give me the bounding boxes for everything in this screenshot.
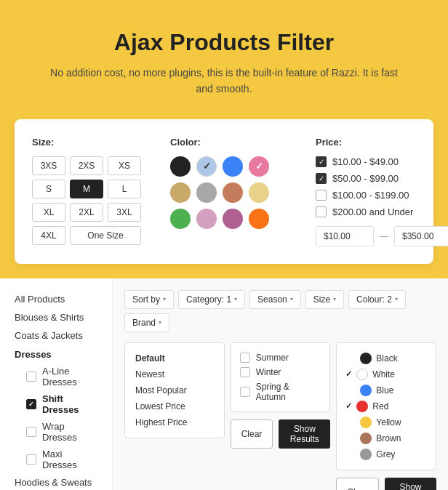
- size-btn-3xs[interactable]: 3XS: [32, 156, 65, 175]
- color-dot-1[interactable]: [196, 156, 217, 177]
- price-option-1[interactable]: $50.00 - $99.00: [316, 173, 448, 184]
- colour-bottom-panel: Black✓WhiteBlue✓RedYellowBrownGrey: [336, 342, 436, 470]
- sort-panel-col: DefaultNewestMost PopularLowest PriceHig…: [124, 342, 225, 490]
- sidebar: All ProductsBlouses & ShirtsCoats & Jack…: [0, 278, 113, 490]
- colour-dot-sm: [360, 449, 372, 460]
- color-grid: [170, 156, 287, 229]
- season-item-winter[interactable]: Winter: [240, 365, 321, 379]
- price-range-label-2: $100.00 - $199.00: [332, 190, 409, 201]
- sidebar-sub-shift-dresses[interactable]: Shift Dresses: [26, 390, 97, 418]
- sub-label: Maxi Dresses: [42, 449, 97, 470]
- colour-action-row: Clear Show Results: [336, 478, 436, 490]
- sidebar-item-coats---jackets[interactable]: Coats & Jackets: [15, 326, 97, 345]
- colour-label: Red: [372, 401, 388, 411]
- season-item-spring---autumn[interactable]: Spring & Autumn: [240, 379, 321, 404]
- color-dot-8[interactable]: [170, 209, 191, 229]
- size-btn-3xl[interactable]: 3XL: [108, 203, 141, 222]
- size-btn-l[interactable]: L: [108, 180, 141, 198]
- color-dot-3[interactable]: [249, 156, 269, 177]
- dropdown-label: Brand: [132, 318, 156, 328]
- chevron-down-icon: ▾: [159, 319, 161, 326]
- filter-row: Size: 3XS2XSXSSMLXL2XL3XL4XLOne Size Clo…: [32, 137, 416, 246]
- season-label: Summer: [256, 353, 289, 363]
- color-dot-2[interactable]: [223, 156, 243, 177]
- size-btn-xl[interactable]: XL: [32, 203, 65, 222]
- sort-item-newest[interactable]: Newest: [135, 366, 214, 382]
- price-option-0[interactable]: $10.00 - $49.00: [316, 156, 448, 167]
- colour-item-brown[interactable]: Brown: [345, 430, 427, 446]
- colour-item-red[interactable]: ✓Red: [345, 398, 427, 414]
- season-show-button[interactable]: Show Results: [279, 419, 330, 449]
- size-btn-one-size[interactable]: One Size: [70, 226, 141, 245]
- colour-item-white[interactable]: ✓White: [345, 366, 427, 382]
- price-range-label-3: $200.00 and Under: [332, 206, 413, 217]
- price-checkbox-2: [316, 190, 327, 201]
- dropdown-btn-colour--2[interactable]: Colour: 2▾: [348, 290, 406, 309]
- price-option-3[interactable]: $200.00 and Under: [316, 206, 448, 217]
- sidebar-item-hoodies---sweats[interactable]: Hoodies & Sweats: [15, 473, 97, 490]
- dropdown-btn-category--1[interactable]: Category: 1▾: [178, 290, 245, 309]
- season-item-summer[interactable]: Summer: [240, 350, 321, 365]
- dropdown-label: Season: [257, 294, 287, 305]
- price-max-input[interactable]: [394, 226, 448, 246]
- sub-checkbox: [26, 427, 36, 437]
- color-label: Clolor:: [170, 137, 287, 148]
- colour-label: Black: [376, 353, 397, 364]
- sort-item-default[interactable]: Default: [135, 350, 214, 366]
- chevron-down-icon: ▾: [395, 296, 398, 302]
- size-btn-s[interactable]: S: [32, 180, 65, 198]
- colour-show-button[interactable]: Show Results: [385, 478, 436, 490]
- sub-checkbox: [26, 454, 36, 465]
- price-option-2[interactable]: $100.00 - $199.00: [316, 190, 448, 201]
- colour-label: Yellow: [376, 417, 401, 427]
- dropdown-label: Colour: 2: [356, 294, 392, 305]
- season-panel: SummerWinterSpring & Autumn: [231, 342, 331, 412]
- colour-item-blue[interactable]: Blue: [345, 382, 427, 398]
- chevron-down-icon: ▾: [234, 296, 237, 302]
- season-clear-button[interactable]: Clear: [231, 419, 273, 449]
- dropdown-btn-season[interactable]: Season▾: [249, 290, 301, 309]
- colour-label: Grey: [376, 449, 395, 459]
- season-label: Winter: [256, 367, 281, 377]
- size-btn-2xl[interactable]: 2XL: [70, 203, 103, 222]
- sort-item-most-popular[interactable]: Most Popular: [135, 382, 214, 398]
- color-dot-4[interactable]: [170, 182, 191, 203]
- color-dot-6[interactable]: [223, 182, 243, 203]
- price-checkbox-3: [316, 206, 327, 217]
- color-dot-5[interactable]: [196, 182, 217, 203]
- size-btn-m[interactable]: M: [70, 180, 103, 198]
- season-action-row: Clear Show Results: [231, 419, 331, 449]
- sidebar-sub-maxi-dresses[interactable]: Maxi Dresses: [26, 446, 97, 473]
- price-label: Price:: [316, 137, 448, 148]
- price-checkbox-1: [316, 173, 327, 184]
- price-section: Price: $10.00 - $49.00$50.00 - $99.00$10…: [316, 137, 448, 246]
- price-min-input[interactable]: [316, 226, 374, 246]
- colour-item-grey[interactable]: Grey: [345, 446, 427, 462]
- color-dot-10[interactable]: [223, 209, 243, 229]
- sidebar-item-all-products[interactable]: All Products: [15, 290, 97, 308]
- dropdown-btn-sort-by[interactable]: Sort by▾: [124, 290, 174, 309]
- colour-item-black[interactable]: Black: [345, 350, 427, 366]
- colour-dot-sm: [360, 433, 372, 444]
- colour-item-yellow[interactable]: Yellow: [345, 414, 427, 430]
- color-dot-9[interactable]: [196, 209, 217, 229]
- size-btn-xs[interactable]: XS: [108, 156, 141, 175]
- season-panel-col: SummerWinterSpring & Autumn Clear Show R…: [231, 342, 331, 490]
- size-btn-4xl[interactable]: 4XL: [32, 226, 65, 245]
- sidebar-item-blouses---shirts[interactable]: Blouses & Shirts: [15, 308, 97, 326]
- sidebar-list: All ProductsBlouses & ShirtsCoats & Jack…: [15, 290, 97, 490]
- sidebar-sub-wrap-dresses[interactable]: Wrap Dresses: [26, 418, 97, 446]
- colour-clear-button[interactable]: Clear: [336, 478, 379, 490]
- size-btn-2xs[interactable]: 2XS: [70, 156, 103, 175]
- dropdown-btn-size[interactable]: Size▾: [305, 290, 344, 309]
- sort-item-lowest-price[interactable]: Lowest Price: [135, 398, 214, 414]
- colour-label: White: [372, 369, 395, 379]
- color-dot-11[interactable]: [249, 209, 269, 229]
- checkmark-icon: ✓: [345, 369, 352, 379]
- color-dot-7[interactable]: [249, 182, 269, 203]
- sort-item-highest-price[interactable]: Highest Price: [135, 414, 214, 430]
- dropdown-btn-brand[interactable]: Brand▾: [124, 313, 169, 332]
- sidebar-sub-a-line-dresses[interactable]: A-Line Dresses: [26, 363, 97, 390]
- color-dot-0[interactable]: [170, 156, 191, 177]
- chevron-down-icon: ▾: [333, 296, 336, 302]
